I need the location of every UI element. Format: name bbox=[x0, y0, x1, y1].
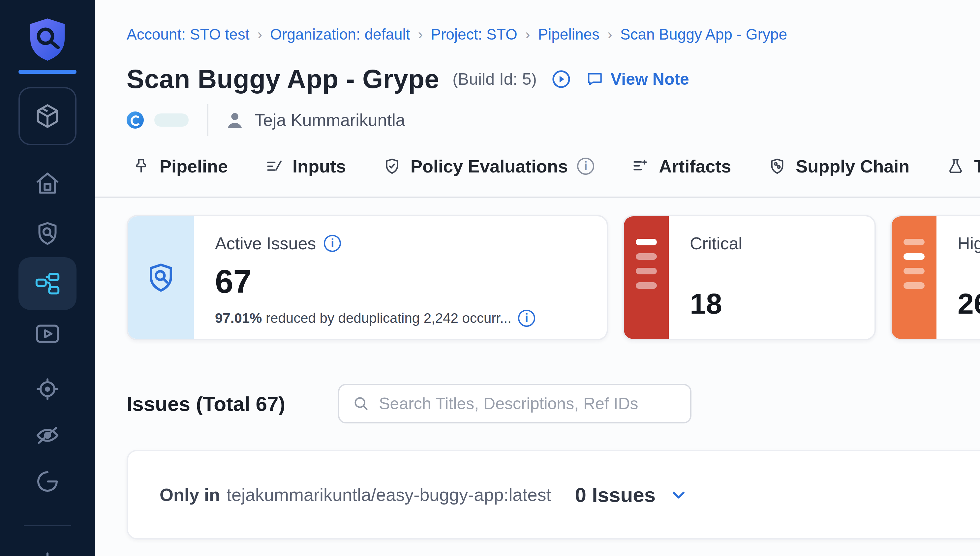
view-note-link[interactable]: View Note bbox=[586, 70, 689, 89]
high-label: High bbox=[957, 233, 980, 253]
breadcrumb-separator: › bbox=[257, 26, 262, 42]
tab-pipeline[interactable]: Pipeline bbox=[132, 142, 228, 197]
main-content: Account: STO test › Organization: defaul… bbox=[95, 0, 980, 556]
search-input[interactable] bbox=[379, 394, 677, 413]
tab-artifacts[interactable]: Artifacts bbox=[631, 142, 731, 197]
sto-shield-logo-icon[interactable] bbox=[0, 16, 95, 63]
sidebar-item-hidden-eye-icon[interactable] bbox=[0, 409, 95, 462]
sidebar-item-settings-gear-icon[interactable] bbox=[0, 538, 95, 556]
tab-tests[interactable]: Tests bbox=[946, 142, 980, 197]
shield-chain-icon bbox=[768, 157, 786, 175]
comment-icon bbox=[586, 70, 604, 88]
group-only-in: Only in tejakummarikuntla/easy-buggy-app… bbox=[127, 450, 980, 540]
person-icon bbox=[224, 110, 245, 131]
dedup-info-icon[interactable]: i bbox=[518, 310, 535, 327]
tab-supply-chain[interactable]: Supply Chain bbox=[768, 142, 909, 197]
tab-policy-evaluations[interactable]: Policy Evaluations i bbox=[383, 142, 594, 197]
title-bar: Scan Buggy App - Grype (Build Id: 5) Vie… bbox=[127, 61, 689, 98]
critical-label: Critical bbox=[690, 233, 856, 253]
scan-step-pill bbox=[154, 113, 189, 127]
author-bar: Teja Kummarikuntla bbox=[127, 105, 405, 134]
critical-severity-bars-icon bbox=[624, 217, 669, 339]
flask-icon bbox=[946, 157, 965, 175]
breadcrumb-account[interactable]: Account: STO test bbox=[127, 25, 249, 43]
shield-search-icon bbox=[144, 260, 178, 295]
scanner-step-icon bbox=[127, 112, 144, 129]
breadcrumb-separator: › bbox=[607, 26, 612, 42]
dedup-subtext: 97.01% reduced by deduplicating 2,242 oc… bbox=[215, 310, 588, 327]
search-icon bbox=[352, 395, 370, 412]
breadcrumb-separator: › bbox=[418, 26, 423, 42]
active-issues-label: Active Issues bbox=[215, 233, 316, 253]
chevron-down-icon[interactable] bbox=[669, 485, 688, 504]
group-prefix: Only in bbox=[160, 485, 220, 505]
group-scope: tejakummarikuntla/easy-buggy-app:latest bbox=[226, 485, 551, 505]
high-card[interactable]: High 26 bbox=[890, 215, 980, 340]
sidebar-item-shield-search-icon[interactable] bbox=[0, 207, 95, 260]
breadcrumb-current-pipeline[interactable]: Scan Buggy App - Grype bbox=[620, 25, 787, 43]
sidebar-item-targets-icon[interactable] bbox=[0, 363, 95, 415]
critical-card[interactable]: Critical 18 bbox=[623, 215, 876, 340]
breadcrumb-organization[interactable]: Organization: default bbox=[270, 25, 410, 43]
sidebar-item-module-cube-icon[interactable] bbox=[18, 87, 76, 145]
issues-search bbox=[338, 384, 691, 423]
sidebar-item-home-icon[interactable] bbox=[0, 157, 95, 210]
author-name: Teja Kummarikuntla bbox=[255, 110, 405, 130]
group-issue-count: 0 Issues bbox=[575, 483, 656, 506]
breadcrumb-separator: › bbox=[525, 26, 530, 42]
high-value: 26 bbox=[957, 287, 980, 320]
page: ? TK Account: STO test › Organization: d… bbox=[0, 0, 980, 556]
artifacts-list-icon bbox=[631, 157, 650, 175]
tab-inputs[interactable]: Inputs bbox=[265, 142, 346, 197]
active-issues-card[interactable]: Active Issuesi 67 97.01% reduced by dedu… bbox=[127, 215, 608, 340]
sidebar-item-exit-icon[interactable] bbox=[0, 455, 95, 508]
active-issues-strip bbox=[128, 217, 194, 339]
high-severity-bars-icon bbox=[892, 217, 936, 339]
sidebar-divider bbox=[24, 525, 71, 526]
sidebar-item-executions-play-icon[interactable] bbox=[0, 307, 95, 360]
active-issues-value: 67 bbox=[215, 262, 588, 301]
vertical-divider bbox=[207, 104, 208, 136]
shield-check-icon bbox=[383, 157, 401, 175]
nav-active-module-indicator bbox=[18, 70, 76, 74]
page-title: Scan Buggy App - Grype bbox=[127, 64, 439, 94]
summary-cards: Active Issuesi 67 97.01% reduced by dedu… bbox=[127, 215, 980, 340]
replay-icon[interactable] bbox=[550, 68, 572, 91]
breadcrumb-pipelines[interactable]: Pipelines bbox=[538, 25, 599, 43]
active-issues-info-icon[interactable]: i bbox=[324, 235, 341, 252]
inputs-icon bbox=[265, 157, 283, 175]
critical-value: 18 bbox=[690, 287, 722, 320]
pin-icon bbox=[132, 157, 150, 175]
sidebar-item-pipelines-icon[interactable] bbox=[18, 257, 76, 310]
issues-toolbar: Issues (Total 67) Download CSV View in D… bbox=[127, 383, 980, 425]
build-id: (Build Id: 5) bbox=[452, 70, 537, 89]
breadcrumb-project[interactable]: Project: STO bbox=[431, 25, 517, 43]
top-bar: Account: STO test › Organization: defaul… bbox=[127, 18, 980, 50]
breadcrumb: Account: STO test › Organization: defaul… bbox=[127, 25, 787, 43]
issues-total-title: Issues (Total 67) bbox=[127, 392, 285, 415]
policy-info-icon[interactable]: i bbox=[577, 158, 594, 175]
left-nav-sidebar: ? TK bbox=[0, 0, 95, 556]
execution-tabs: Pipeline Inputs Policy Evaluations i Art… bbox=[95, 142, 980, 198]
